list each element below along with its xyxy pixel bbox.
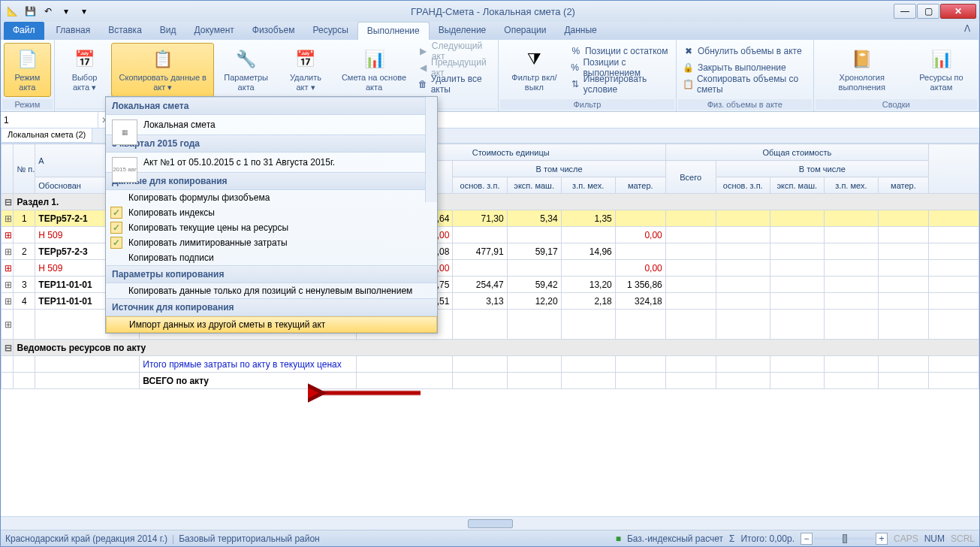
invert-icon: ⇅ (570, 78, 580, 90)
sheet-tab[interactable]: Локальная смета (2) (1, 128, 92, 143)
minimize-button[interactable]: — (894, 4, 916, 19)
exec-icon: % (570, 62, 580, 74)
qat-more-icon[interactable]: ▾ (76, 3, 92, 20)
dd-section: Данные для копирования (106, 172, 437, 190)
app-icon[interactable]: 📐 (4, 3, 20, 20)
calendar-icon: 📅 (73, 47, 97, 71)
table-row[interactable]: ВСЕГО по акту (2, 373, 979, 389)
estimate-icon: 📊 (362, 47, 386, 71)
group-filter-label: Фильтр (500, 99, 674, 110)
gear-icon: 🔧 (234, 47, 258, 71)
dd-copy-nonzero[interactable]: Копировать данные только для позиций с н… (106, 283, 437, 298)
status-bar: Краснодарский край (редакция 2014 г.)| Б… (1, 530, 979, 546)
dd-act-item[interactable]: Акт №1 от 05.10.2015 с 1 по 31 Августа 2… (143, 157, 335, 168)
tab-selection[interactable]: Выделение (430, 22, 496, 40)
status-district: Базовый территориальный район (179, 533, 320, 544)
tab-file[interactable]: Файл (4, 22, 44, 40)
dd-section: Источник для копирования (106, 298, 437, 316)
save-icon[interactable]: 💾 (22, 3, 38, 20)
check-icon: ✓ (110, 207, 122, 219)
tab-execution[interactable]: Выполнение (357, 22, 430, 40)
act-params-button[interactable]: 🔧Параметры акта (214, 43, 278, 97)
group-phys-label: Физ. объемы в акте (678, 99, 812, 110)
status-region: Краснодарский край (редакция 2014 г.) (5, 533, 167, 544)
window-title: ГРАНД-Смета - Локальная смета (2) (92, 6, 894, 17)
check-icon: ✓ (110, 237, 122, 249)
ribbon-tabs: Файл Главная Вставка Вид Документ Физобъ… (1, 22, 979, 40)
delete-all-acts-button[interactable]: 🗑Удалить все акты (415, 76, 495, 92)
status-caps: CAPS (894, 533, 918, 544)
tab-view[interactable]: Вид (151, 22, 185, 40)
lock-icon: 🔒 (683, 62, 695, 74)
status-num: NUM (924, 533, 945, 544)
dd-copy-formulas[interactable]: Копировать формулы физобъема (106, 190, 437, 205)
table-row[interactable]: Итого прямые затраты по акту в текущих ц… (2, 356, 979, 373)
name-box[interactable]: 1 (1, 112, 98, 128)
copy-vol-icon: 📋 (683, 78, 694, 90)
zero-icon: ✖ (683, 45, 695, 57)
close-button[interactable]: ✕ (940, 4, 976, 19)
group-svod-label: Сводки (816, 99, 977, 110)
dd-copy-signs[interactable]: Копировать подписи (106, 250, 437, 265)
dd-copy-indexes[interactable]: ✓Копировать индексы (106, 205, 437, 220)
section-row[interactable]: ⊟Ведомость ресурсов по акту (2, 340, 979, 356)
copy-data-dropdown: Локальная смета ▦Локальная смета 3 кварт… (105, 96, 438, 334)
document-icon: 📄 (15, 47, 39, 71)
redo-icon[interactable]: ▾ (58, 3, 74, 20)
horizontal-scrollbar[interactable] (1, 516, 979, 530)
undo-icon[interactable]: ↶ (40, 3, 56, 20)
calendar-small-icon: 2015 авг (112, 157, 137, 183)
filter-invert-button[interactable]: ⇅Инвертировать условие (567, 76, 673, 92)
dd-import-data[interactable]: Импорт данных из другой сметы в текущий … (106, 316, 437, 333)
book-icon: 📔 (850, 47, 874, 71)
sheet-icon: ▦ (112, 119, 137, 145)
tab-data[interactable]: Данные (555, 22, 605, 40)
status-calc[interactable]: Баз.-индексный расчет (627, 533, 723, 544)
dd-copy-limits[interactable]: ✓Копировать лимитированные затраты (106, 235, 437, 250)
check-icon: ✓ (110, 222, 122, 234)
dd-local-smeta[interactable]: Локальная смета (143, 119, 216, 130)
maximize-button[interactable]: ▢ (917, 4, 939, 19)
zoom-slider[interactable]: −+ (801, 533, 888, 545)
status-total: Итого: 0,00р. (740, 533, 794, 544)
zero-volumes-button[interactable]: ✖Обнулить объемы в акте (680, 43, 810, 59)
filter-button[interactable]: ⧩Фильтр вкл/выкл (502, 43, 567, 97)
delete-act-button[interactable]: 📅Удалить акт ▾ (278, 43, 333, 97)
tab-insert[interactable]: Вставка (99, 22, 151, 40)
chronology-button[interactable]: 📔Хронология выполнения (817, 43, 907, 97)
delete-icon: 📅 (294, 47, 318, 71)
titlebar: 📐 💾 ↶ ▾ ▾ ГРАНД-Смета - Локальная смета … (1, 1, 979, 22)
tab-operations[interactable]: Операции (495, 22, 555, 40)
dropdown-scrollbar[interactable] (425, 97, 437, 202)
dd-copy-prices[interactable]: ✓Копировать текущие цены на ресурсы (106, 220, 437, 235)
group-mode-label: Режим (2, 99, 53, 110)
delete-all-icon: 🗑 (418, 78, 427, 90)
tab-phys[interactable]: Физобъем (243, 22, 304, 40)
prev-icon: ◀ (418, 62, 428, 74)
mode-act-button[interactable]: 📄Режим акта (4, 43, 51, 97)
status-scrl: SCRL (951, 533, 975, 544)
smeta-act-button[interactable]: 📊Смета на основе акта (333, 43, 415, 97)
resources-button[interactable]: 📊Ресурсы по актам (907, 43, 975, 97)
select-act-button[interactable]: 📅Выбор акта ▾ (58, 43, 112, 97)
next-icon: ▶ (418, 45, 429, 57)
collapse-ribbon-icon[interactable]: ᐱ (960, 22, 975, 40)
copy-data-button[interactable]: 📋Скопировать данные в акт ▾ (111, 43, 214, 97)
dd-section: 3 квартал 2015 года (106, 134, 437, 153)
remain-icon: % (570, 45, 582, 57)
funnel-icon: ⧩ (522, 47, 546, 71)
table-icon: 📊 (929, 47, 953, 71)
annotation-arrow (308, 382, 428, 404)
tab-resources[interactable]: Ресурсы (304, 22, 357, 40)
copy-icon: 📋 (151, 47, 175, 71)
dd-section: Локальная смета (106, 97, 437, 115)
dd-section: Параметры копирования (106, 265, 437, 283)
tab-main[interactable]: Главная (47, 22, 100, 40)
copy-volumes-button[interactable]: 📋Скопировать объемы со сметы (680, 76, 810, 92)
tab-document[interactable]: Документ (185, 22, 243, 40)
